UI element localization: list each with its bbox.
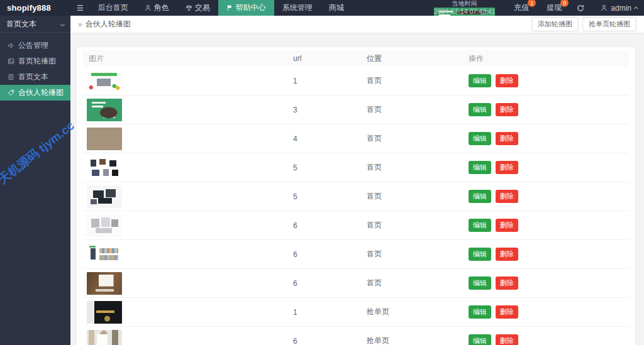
edit-button[interactable]: 编辑 <box>469 277 491 290</box>
user-menu[interactable]: admin <box>601 4 638 13</box>
url-cell: 6 <box>293 250 367 259</box>
edit-button[interactable]: 编辑 <box>469 305 491 319</box>
grab-page-carousel-button[interactable]: 抢单页轮播图 <box>582 17 636 31</box>
nav-item-transactions[interactable]: 交易 <box>177 0 218 16</box>
url-cell: 4 <box>293 134 367 143</box>
table-row: 6 首页 编辑 删除 <box>83 269 629 298</box>
banner-thumbnail[interactable] <box>87 243 122 266</box>
edit-button[interactable]: 编辑 <box>469 74 491 87</box>
sidebar-item-announcements[interactable]: 公告管理 <box>0 38 70 53</box>
sidebar-item-partner-carousel[interactable]: 合伙人轮播图 <box>0 85 70 101</box>
actions-cell: 编辑 删除 <box>469 277 629 290</box>
recharge-link[interactable]: 充值 1 <box>514 3 529 13</box>
position-cell: 抢单页 <box>367 307 469 317</box>
banner-thumbnail[interactable] <box>87 128 122 150</box>
nav-label: 帮助中心 <box>236 3 266 13</box>
delete-button[interactable]: 删除 <box>496 132 518 145</box>
local-time-value: 2024-07-14 07:43:41 <box>434 8 496 16</box>
nav-item-dashboard[interactable]: 后台首页 <box>90 0 136 16</box>
banner-thumbnail[interactable] <box>87 156 122 179</box>
edit-button[interactable]: 编辑 <box>469 132 491 145</box>
delete-button[interactable]: 删除 <box>496 190 518 203</box>
banner-thumbnail[interactable] <box>87 185 122 208</box>
top-nav: 后台首页 角色 交易 帮助中心 系统管理 商城 <box>90 0 352 16</box>
banner-thumbnail[interactable] <box>87 301 122 324</box>
recharge-label: 充值 <box>514 3 529 12</box>
username: admin <box>611 4 631 13</box>
table-header: 图片 url 位置 操作 <box>83 50 629 67</box>
page-title: 合伙人轮播图 <box>86 19 131 30</box>
nav-label: 系统管理 <box>282 3 313 13</box>
delete-button[interactable]: 删除 <box>496 103 518 116</box>
delete-button[interactable]: 删除 <box>496 248 518 261</box>
image-cell <box>83 330 293 345</box>
local-time: 当地时间 2024-07-14 07:43:41 <box>434 0 496 16</box>
nav-item-system[interactable]: 系统管理 <box>274 0 321 16</box>
delete-button[interactable]: 删除 <box>496 334 518 345</box>
table-row: 1 抢单页 编辑 删除 <box>83 298 629 327</box>
column-header-position: 位置 <box>367 53 469 64</box>
withdraw-link[interactable]: 提现 0 <box>547 3 562 13</box>
url-cell: 3 <box>293 106 367 114</box>
actions-cell: 编辑 删除 <box>469 305 629 319</box>
nav-label: 商城 <box>329 3 344 13</box>
delete-button[interactable]: 删除 <box>496 305 518 319</box>
refresh-button[interactable] <box>577 4 584 12</box>
main-area: » 合伙人轮播图 添加轮播图 抢单页轮播图 图片 url 位置 操作 1 首页 … <box>70 16 644 345</box>
add-carousel-button[interactable]: 添加轮播图 <box>531 17 579 31</box>
nav-label: 交易 <box>195 3 210 13</box>
recharge-badge: 1 <box>528 0 536 7</box>
sidebar-item-label: 首页轮播图 <box>18 56 56 67</box>
image-cell <box>83 156 293 179</box>
edit-button[interactable]: 编辑 <box>469 161 491 174</box>
edit-button[interactable]: 编辑 <box>469 103 491 116</box>
document-icon <box>8 74 14 80</box>
url-cell: 6 <box>293 221 367 230</box>
breadcrumb: » 合伙人轮播图 <box>78 19 131 30</box>
edit-button[interactable]: 编辑 <box>469 219 491 232</box>
sidebar-item-home-text[interactable]: 首页文本 <box>0 69 70 85</box>
refresh-icon <box>577 4 584 12</box>
delete-button[interactable]: 删除 <box>496 219 518 232</box>
sidebar-item-label: 合伙人轮播图 <box>18 87 64 98</box>
nav-label: 角色 <box>154 3 169 13</box>
hamburger-icon[interactable]: ☰ <box>70 0 90 16</box>
image-cell <box>83 99 293 121</box>
nav-item-mall[interactable]: 商城 <box>321 0 352 16</box>
sidebar-group-label: 首页文本 <box>6 19 36 30</box>
table-row: 1 首页 编辑 删除 <box>83 67 629 96</box>
actions-cell: 编辑 删除 <box>469 161 629 174</box>
banner-thumbnail[interactable] <box>87 99 122 121</box>
tag-icon <box>8 89 14 96</box>
withdraw-label: 提现 <box>547 3 562 12</box>
nav-item-help-center[interactable]: 帮助中心 <box>218 0 274 16</box>
image-cell <box>83 185 293 208</box>
sidebar-group-home-text[interactable]: 首页文本 <box>0 16 70 33</box>
position-cell: 首页 <box>367 162 469 173</box>
image-cell <box>83 70 293 92</box>
actions-cell: 编辑 删除 <box>469 219 629 232</box>
position-cell: 首页 <box>367 104 469 115</box>
local-time-label: 当地时间 <box>434 0 496 8</box>
banner-thumbnail[interactable] <box>87 272 122 295</box>
edit-button[interactable]: 编辑 <box>469 334 491 345</box>
position-cell: 首页 <box>367 75 469 86</box>
nav-item-roles[interactable]: 角色 <box>136 0 177 16</box>
table-row: 6 首页 编辑 删除 <box>83 211 629 240</box>
sidebar-item-home-carousel[interactable]: 首页轮播图 <box>0 53 70 69</box>
delete-button[interactable]: 删除 <box>496 161 518 174</box>
edit-button[interactable]: 编辑 <box>469 190 491 203</box>
delete-button[interactable]: 删除 <box>496 277 518 290</box>
brand-logo[interactable]: shopify888 <box>0 0 70 16</box>
banner-thumbnail[interactable] <box>87 70 122 92</box>
banner-thumbnail[interactable] <box>87 214 122 237</box>
actions-cell: 编辑 删除 <box>469 248 629 261</box>
announcement-icon <box>8 42 14 49</box>
user-icon <box>145 4 152 11</box>
url-cell: 5 <box>293 163 367 172</box>
banner-thumbnail[interactable] <box>87 330 122 345</box>
table-card: 图片 url 位置 操作 1 首页 编辑 删除 3 首页 编辑 删除 4 首页 … <box>77 47 635 345</box>
url-cell: 5 <box>293 192 367 201</box>
edit-button[interactable]: 编辑 <box>469 248 491 261</box>
delete-button[interactable]: 删除 <box>496 74 518 87</box>
